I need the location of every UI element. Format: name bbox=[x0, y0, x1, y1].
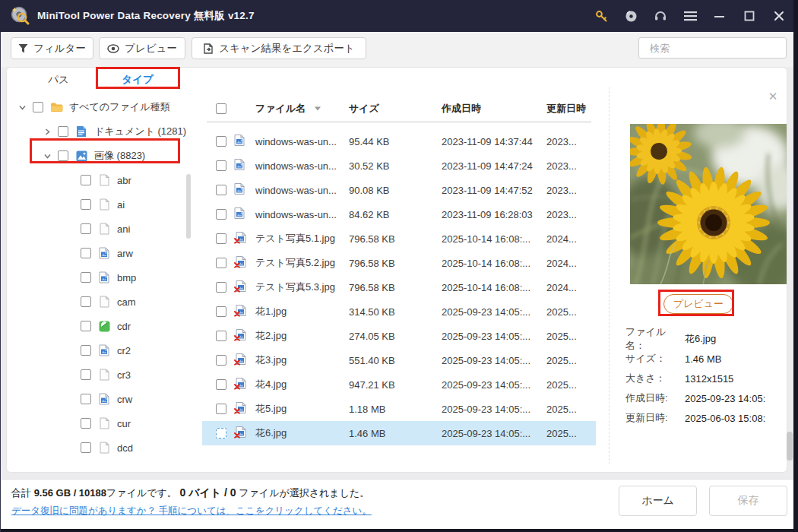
created-date-cell: 2023-11-09 16:28:03 bbox=[442, 209, 533, 220]
filter-button[interactable]: フィルター bbox=[11, 37, 93, 59]
checkbox[interactable] bbox=[58, 126, 68, 137]
file-size-cell: 947.21 KB bbox=[349, 379, 395, 391]
summary-text: 合計 9.56 GB / 10188ファイルです。 0 バイト / 0 ファイル… bbox=[11, 486, 369, 500]
column-header-name[interactable]: ファイル名 bbox=[255, 102, 306, 116]
headset-icon[interactable] bbox=[654, 9, 667, 23]
table-row[interactable]: 花4.jpg947.21 KB2025-09-23 14:05:...2025.… bbox=[202, 372, 596, 397]
checkbox[interactable] bbox=[216, 209, 226, 220]
checkbox[interactable] bbox=[216, 355, 226, 366]
file-name-cell: 花5.jpg bbox=[255, 402, 287, 416]
column-header-modified[interactable]: 更新日時 bbox=[546, 102, 586, 116]
tab-path[interactable]: パス bbox=[19, 68, 98, 92]
save-button[interactable]: 保存 bbox=[709, 486, 787, 516]
table-scrollbar-thumb[interactable] bbox=[787, 432, 793, 461]
key-icon[interactable] bbox=[594, 9, 608, 23]
home-button[interactable]: ホーム bbox=[619, 486, 697, 516]
table-row[interactable]: windows-was-un...90.08 KB2023-11-09 14:4… bbox=[202, 178, 596, 202]
modified-date-cell: 2023... bbox=[546, 209, 577, 220]
checkbox[interactable] bbox=[216, 136, 226, 147]
table-row[interactable]: 花2.jpg274.05 KB2025-09-23 14:05:...2025.… bbox=[202, 324, 596, 348]
table-row[interactable]: windows-was-un...30.52 KB2023-11-09 14:4… bbox=[202, 154, 596, 178]
tree-item[interactable]: abr bbox=[7, 168, 197, 192]
table-row[interactable]: 花5.jpg1.18 MB2025-09-23 14:05:...2025... bbox=[202, 397, 596, 421]
checkbox[interactable] bbox=[216, 185, 226, 195]
checkbox[interactable] bbox=[81, 223, 91, 234]
tree-item[interactable]: cur bbox=[7, 411, 197, 435]
checkbox[interactable] bbox=[81, 369, 91, 380]
file-info-value: 1312x1515 bbox=[685, 373, 733, 385]
checkbox[interactable] bbox=[216, 331, 226, 341]
minimize-icon[interactable] bbox=[713, 9, 727, 23]
preview-close-icon[interactable]: ✕ bbox=[767, 90, 779, 103]
checkbox[interactable] bbox=[58, 150, 68, 161]
checkbox[interactable] bbox=[216, 160, 226, 171]
preview-toggle-button[interactable]: プレビュー bbox=[99, 37, 185, 59]
checkbox[interactable] bbox=[81, 248, 91, 258]
sort-desc-icon[interactable] bbox=[315, 107, 321, 111]
checkbox[interactable] bbox=[81, 296, 91, 307]
table-row[interactable]: 花1.jpg314.50 KB2025-09-23 14:05:...2025.… bbox=[202, 299, 596, 324]
tree-item[interactable]: すべてのファイル種類 bbox=[7, 95, 197, 119]
table-row[interactable]: テスト写真5.3.jpg796.58 KB2025-10-14 16:08:..… bbox=[202, 275, 596, 299]
checkbox[interactable] bbox=[81, 199, 91, 210]
tree-item[interactable]: arw bbox=[7, 241, 197, 265]
checkbox[interactable] bbox=[216, 258, 226, 268]
tree-item[interactable]: ai bbox=[7, 192, 197, 217]
select-all-checkbox[interactable] bbox=[216, 103, 226, 114]
checkbox[interactable] bbox=[216, 379, 226, 390]
checkbox[interactable] bbox=[33, 102, 43, 112]
search-box[interactable] bbox=[638, 37, 787, 59]
generic-file-icon bbox=[97, 222, 111, 236]
export-scan-results-button[interactable]: スキャン結果をエクスポート bbox=[192, 37, 366, 59]
file-size-cell: 84.62 KB bbox=[349, 209, 390, 220]
maximize-icon[interactable] bbox=[743, 9, 756, 23]
preview-button[interactable]: プレビュー bbox=[663, 294, 733, 314]
menu-icon[interactable] bbox=[683, 9, 697, 23]
checkbox[interactable] bbox=[81, 418, 91, 429]
tree-item[interactable]: cdr bbox=[7, 314, 197, 338]
chevron-right-icon[interactable] bbox=[43, 127, 52, 136]
created-date-cell: 2023-11-09 14:47:24 bbox=[442, 160, 533, 172]
tree-item[interactable]: dcd bbox=[7, 435, 197, 460]
tree-item-label: dcd bbox=[117, 442, 133, 454]
tree-item[interactable]: bmp bbox=[7, 265, 197, 290]
tree-item[interactable]: cam bbox=[7, 290, 197, 314]
table-row[interactable]: windows-was-un...84.62 KB2023-11-09 16:2… bbox=[202, 202, 596, 226]
help-link[interactable]: データ復旧に問題がありますか？ 手順については、ここをクリックしてください。 bbox=[11, 505, 372, 518]
chevron-down-icon[interactable] bbox=[43, 151, 52, 160]
close-icon[interactable] bbox=[772, 9, 786, 23]
checkbox[interactable] bbox=[81, 321, 91, 331]
tree-item-label: bmp bbox=[117, 272, 136, 283]
table-row[interactable]: 花3.jpg551.40 KB2025-09-23 14:05:...2025.… bbox=[202, 348, 596, 372]
tree-scrollbar-thumb[interactable] bbox=[186, 174, 191, 239]
chevron-down-icon[interactable] bbox=[17, 103, 27, 112]
column-header-created[interactable]: 作成日時 bbox=[442, 102, 481, 116]
table-row[interactable]: windows-was-un...95.44 KB2023-11-09 14:3… bbox=[202, 129, 596, 154]
table-row[interactable]: テスト写真5.1.jpg796.58 KB2025-10-14 16:08:..… bbox=[202, 226, 596, 251]
disc-icon[interactable] bbox=[624, 9, 638, 23]
tree-item[interactable]: ドキュメント (1281) bbox=[7, 119, 197, 144]
table-row[interactable]: 花6.jpg1.46 MB2025-09-23 14:05:...2025... bbox=[202, 421, 596, 445]
checkbox[interactable] bbox=[81, 345, 91, 356]
checkbox[interactable] bbox=[216, 233, 226, 244]
checkbox[interactable] bbox=[216, 404, 226, 414]
main-content-panel: パス タイプ すべてのファイル種類ドキュメント (1281)画像 (8823)a… bbox=[6, 67, 787, 473]
tab-type[interactable]: タイプ bbox=[98, 68, 177, 92]
checkbox[interactable] bbox=[216, 306, 226, 317]
file-info-row: 更新日時:2025-06-03 15:08: bbox=[625, 408, 785, 428]
created-date-cell: 2023-11-09 14:47:52 bbox=[442, 185, 533, 196]
tree-item[interactable]: cr3 bbox=[7, 363, 197, 387]
search-input[interactable] bbox=[650, 43, 784, 54]
tree-item[interactable]: crw bbox=[7, 387, 197, 411]
checkbox[interactable] bbox=[81, 272, 91, 283]
checkbox[interactable] bbox=[216, 428, 226, 439]
tree-item[interactable]: ani bbox=[7, 217, 197, 241]
checkbox[interactable] bbox=[216, 282, 226, 293]
checkbox[interactable] bbox=[81, 442, 91, 453]
column-header-size[interactable]: サイズ bbox=[349, 102, 379, 116]
table-row[interactable]: テスト写真5.2.jpg796.58 KB2025-10-14 16:08:..… bbox=[202, 251, 596, 275]
checkbox[interactable] bbox=[81, 394, 91, 404]
tree-item[interactable]: 画像 (8823) bbox=[7, 144, 197, 168]
checkbox[interactable] bbox=[81, 175, 91, 185]
tree-item[interactable]: cr2 bbox=[7, 338, 197, 363]
